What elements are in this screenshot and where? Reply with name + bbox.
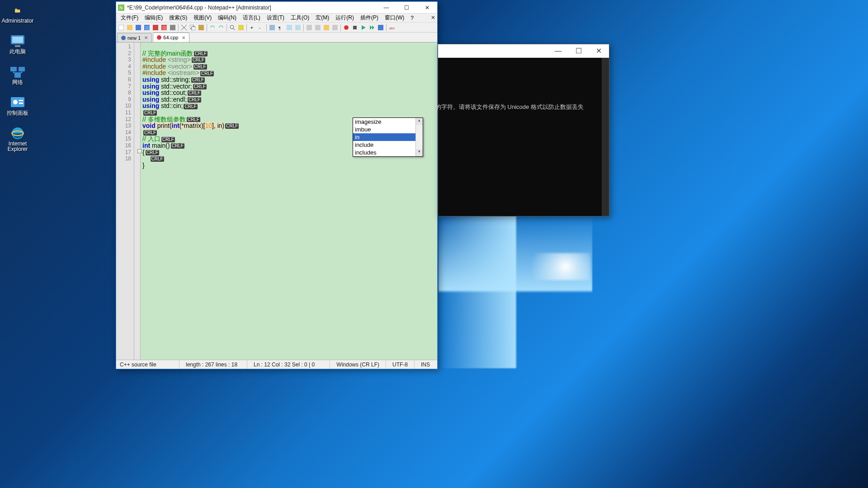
toolbar: + - ¶ abc (116, 23, 437, 33)
svg-rect-4 (19, 67, 25, 71)
console-body[interactable]: 的字符。请将该文件保存为 Unicode 格式以防止数据丢失 (438, 58, 609, 216)
tab-close-icon[interactable]: ✕ (182, 35, 185, 40)
console-scrollbar[interactable] (602, 58, 609, 216)
tb-replace[interactable] (237, 23, 245, 32)
doc-close-button[interactable]: ✕ (431, 14, 435, 21)
tb-wordwrap[interactable] (268, 23, 276, 32)
tb-indent[interactable] (285, 23, 293, 32)
tb-closeall[interactable] (160, 23, 168, 32)
svg-point-7 (13, 100, 18, 104)
tb-savemacro[interactable] (377, 23, 385, 32)
desktop-icons: Administrator 此电脑 网络 控制面板 Internet Explo… (0, 1, 36, 155)
desktop-icon-network[interactable]: 网络 (0, 62, 35, 93)
status-encoding[interactable]: UTF-8 (386, 360, 415, 369)
tb-record[interactable] (342, 23, 350, 32)
tb-docmap[interactable] (305, 23, 313, 32)
code-area[interactable]: // 完整的main函数CRLF #include <string>CRLF #… (141, 42, 437, 360)
status-ins[interactable]: INS (415, 360, 437, 369)
tb-new[interactable] (117, 23, 125, 32)
scroll-up-icon[interactable]: ▴ (416, 118, 423, 125)
tb-folding[interactable] (294, 23, 302, 32)
menu-plugins[interactable]: 插件(P) (358, 13, 381, 23)
tb-open[interactable] (126, 23, 134, 32)
close-button[interactable]: ✕ (417, 2, 437, 14)
svg-rect-16 (136, 25, 141, 30)
file-tab-new1[interactable]: new 1 ✕ (117, 33, 152, 42)
tb-monitor[interactable] (331, 23, 339, 32)
menu-view[interactable]: 视图(V) (191, 13, 214, 23)
tb-stop[interactable] (351, 23, 359, 32)
tb-save[interactable] (134, 23, 142, 32)
tb-paste[interactable] (197, 23, 205, 32)
svg-rect-19 (153, 25, 158, 30)
tab-close-icon[interactable]: ✕ (144, 35, 148, 40)
svg-rect-3 (10, 67, 17, 71)
status-eol[interactable]: Windows (CR LF) (330, 360, 386, 369)
tb-play[interactable] (359, 23, 368, 32)
tb-allchars[interactable]: ¶ (277, 23, 285, 32)
desktop-icon-label: 网络 (12, 80, 23, 85)
minimize-button[interactable]: — (376, 2, 396, 14)
tab-label: new 1 (127, 35, 141, 41)
console-minimize-button[interactable]: — (548, 44, 568, 58)
tb-folder[interactable] (322, 23, 330, 32)
fold-column[interactable] (134, 42, 141, 360)
svg-marker-41 (362, 25, 366, 30)
tb-copy[interactable] (189, 23, 197, 32)
tb-zoomin[interactable]: + (248, 23, 256, 32)
desktop-icon-this-pc[interactable]: 此电脑 (0, 32, 35, 62)
console-close-button[interactable]: ✕ (589, 44, 609, 58)
menu-macro[interactable]: 宏(M) (313, 13, 332, 23)
menu-window[interactable]: 窗口(W) (382, 13, 407, 23)
autocomplete-item[interactable]: imbue (353, 126, 415, 133)
status-position: Ln : 12 Col : 32 Sel : 0 | 0 (247, 360, 330, 369)
menu-help[interactable]: ? (408, 14, 416, 22)
menu-settings[interactable]: 设置(T) (264, 13, 287, 23)
console-window: — ☐ ✕ 的字符。请将该文件保存为 Unicode 格式以防止数据丢失 (438, 44, 609, 216)
desktop-icon-ie[interactable]: Internet Explorer (0, 124, 35, 155)
menu-run[interactable]: 运行(R) (333, 13, 357, 23)
menu-edit[interactable]: 编辑(E) (142, 13, 165, 23)
menu-search[interactable]: 搜索(S) (166, 13, 190, 23)
autocomplete-scrollbar[interactable]: ▴ ▾ (415, 118, 423, 156)
statusbar: C++ source file length : 267 lines : 18 … (116, 360, 437, 369)
menu-tools[interactable]: 工具(O) (288, 13, 312, 23)
tb-undo[interactable] (208, 23, 217, 32)
tb-funclist[interactable] (314, 23, 322, 32)
menu-file[interactable]: 文件(F) (118, 13, 141, 23)
svg-rect-18 (145, 26, 150, 30)
titlebar[interactable]: N *E:\99_Code\primer\064\64.cpp - Notepa… (116, 2, 437, 14)
tab-status-icon (157, 35, 161, 40)
scroll-down-icon[interactable]: ▾ (416, 149, 423, 156)
fold-toggle[interactable]: - (137, 149, 142, 153)
tb-zoomout[interactable]: - (257, 23, 265, 32)
tb-saveall[interactable] (143, 23, 151, 32)
tb-cut[interactable] (180, 23, 188, 32)
tb-spellcheck[interactable]: abc (388, 23, 396, 32)
console-titlebar[interactable]: — ☐ ✕ (438, 44, 609, 58)
autocomplete-item[interactable]: include (353, 141, 415, 149)
menu-language[interactable]: 语言(L) (240, 13, 263, 23)
desktop-icon-administrator[interactable]: Administrator (0, 1, 35, 32)
svg-rect-1 (12, 37, 23, 43)
svg-rect-15 (127, 25, 132, 30)
tb-playmulti[interactable] (368, 23, 376, 32)
autocomplete-list[interactable]: imagesize imbue in include includes (353, 118, 415, 156)
ie-icon (9, 126, 27, 141)
editor[interactable]: 123456789101112131415161718 // 完整的main函数… (116, 42, 437, 360)
maximize-button[interactable]: ☐ (396, 2, 417, 14)
desktop-icon-label: Administrator (2, 18, 34, 23)
autocomplete-item[interactable]: includes (353, 149, 415, 156)
menu-encoding[interactable]: 编码(N) (215, 13, 239, 23)
tb-redo[interactable] (217, 23, 225, 32)
autocomplete-item[interactable]: imagesize (353, 118, 415, 126)
tb-find[interactable] (228, 23, 236, 32)
console-maximize-button[interactable]: ☐ (568, 44, 589, 58)
desktop-icon-control-panel[interactable]: 控制面板 (0, 93, 35, 124)
svg-rect-21 (162, 26, 167, 30)
file-tab-64cpp[interactable]: 64.cpp ✕ (153, 33, 189, 42)
tb-close[interactable] (151, 23, 160, 32)
tb-print[interactable] (169, 23, 177, 32)
autocomplete-item-selected[interactable]: in (353, 133, 415, 141)
status-length: length : 267 lines : 18 (179, 360, 247, 369)
